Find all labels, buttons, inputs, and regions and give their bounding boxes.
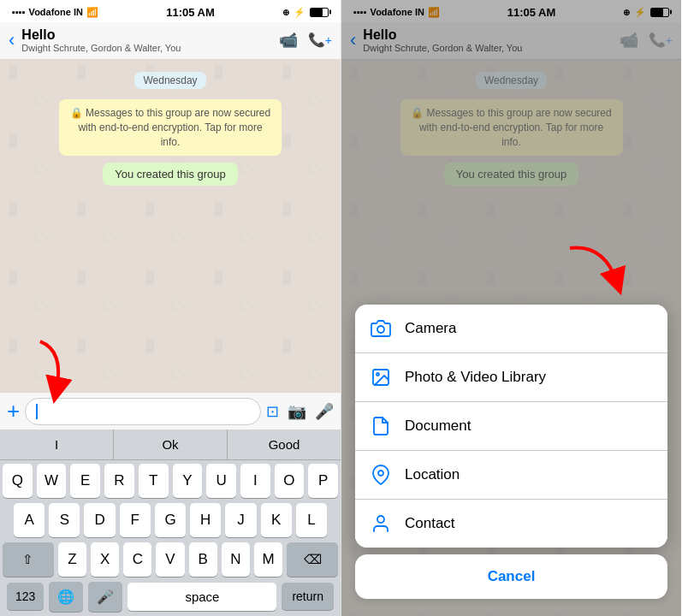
key-123[interactable]: 123	[7, 583, 44, 610]
popup-item-document[interactable]: Document	[355, 402, 667, 451]
popup-menu: Camera Photo & Video Library	[355, 305, 667, 548]
contact-popup-icon	[369, 512, 393, 536]
document-label: Document	[405, 418, 471, 435]
key-K[interactable]: K	[261, 503, 292, 537]
wifi-icon-left: 📶	[86, 7, 98, 18]
svg-point-4	[377, 516, 384, 523]
pred-I[interactable]: I	[0, 429, 114, 459]
location-popup-icon	[369, 463, 393, 487]
key-delete[interactable]: ⌫	[287, 542, 338, 577]
input-icons-left: ⊡ 📷 🎤	[266, 402, 334, 421]
key-W[interactable]: W	[37, 464, 67, 498]
chat-title-left: Hello	[21, 27, 278, 43]
camera-popup-icon	[369, 317, 393, 341]
keyboard-left: I Ok Good Q W E R T Y U I O P A S D F G …	[0, 429, 341, 616]
cancel-button[interactable]: Cancel	[355, 554, 667, 599]
status-right-left: ⊕ ⚡	[282, 7, 329, 18]
key-globe[interactable]: 🌐	[49, 582, 83, 612]
encryption-msg-left[interactable]: 🔒 Messages to this group are now secured…	[59, 99, 282, 156]
document-popup-icon	[369, 414, 393, 438]
popup-item-camera[interactable]: Camera	[355, 305, 667, 353]
photo-popup-icon	[369, 365, 393, 389]
pred-Ok[interactable]: Ok	[114, 429, 228, 459]
key-L[interactable]: L	[296, 503, 327, 537]
key-V[interactable]: V	[156, 542, 184, 577]
key-S[interactable]: S	[49, 503, 80, 537]
popup-item-contact[interactable]: Contact	[355, 500, 667, 548]
key-Q[interactable]: Q	[3, 464, 33, 498]
left-phone-panel: ▪▪▪▪ Vodafone IN 📶 11:05 AM ⊕ ⚡ ‹ Hello …	[0, 0, 341, 616]
created-msg-left: You created this group	[103, 163, 238, 186]
mic-input-icon-left[interactable]: 🎤	[315, 402, 334, 421]
key-F[interactable]: F	[120, 503, 151, 537]
location-label: Location	[405, 466, 460, 483]
contact-label: Contact	[405, 515, 455, 532]
camera-input-icon-left[interactable]: 📷	[288, 402, 306, 421]
call-icon-left[interactable]: 📞+	[308, 32, 332, 48]
popup-overlay: Camera Photo & Video Library	[341, 0, 681, 616]
key-shift[interactable]: ⇧	[3, 542, 54, 577]
key-M[interactable]: M	[254, 542, 282, 577]
key-I[interactable]: I	[240, 464, 270, 498]
key-A[interactable]: A	[14, 503, 44, 537]
back-button-left[interactable]: ‹	[9, 29, 15, 51]
video-call-icon-left[interactable]: 📹	[279, 31, 298, 50]
chat-subtitle-left: Dwight Schrute, Gordon & Walter, You	[21, 43, 218, 53]
key-D[interactable]: D	[84, 503, 115, 537]
svg-point-0	[377, 326, 384, 333]
pred-Good[interactable]: Good	[228, 429, 341, 459]
nav-actions-left: 📹 📞+	[279, 31, 332, 50]
key-C[interactable]: C	[123, 542, 151, 577]
sticker-icon-left[interactable]: ⊡	[266, 402, 279, 421]
right-phone-panel: ▪▪▪▪ Vodafone IN 📶 11:05 AM ⊕ ⚡ ‹ Hello …	[341, 0, 681, 616]
key-O[interactable]: O	[275, 464, 305, 498]
red-arrow-right	[561, 244, 630, 299]
key-H[interactable]: H	[190, 503, 221, 537]
key-E[interactable]: E	[70, 464, 100, 498]
status-bar-left: ▪▪▪▪ Vodafone IN 📶 11:05 AM ⊕ ⚡	[0, 0, 341, 22]
key-G[interactable]: G	[155, 503, 186, 537]
svg-point-2	[377, 373, 379, 376]
popup-item-location[interactable]: Location	[355, 451, 667, 500]
key-U[interactable]: U	[206, 464, 236, 498]
key-Y[interactable]: Y	[173, 464, 203, 498]
svg-point-3	[378, 471, 383, 476]
time-left: 11:05 AM	[166, 6, 215, 19]
key-row-3: ⇧ Z X C V B N M ⌫	[0, 539, 341, 578]
carrier-name-left: Vodafone IN	[29, 7, 83, 17]
key-Z[interactable]: Z	[58, 542, 86, 577]
predictive-bar-left: I Ok Good	[0, 429, 341, 460]
key-N[interactable]: N	[222, 542, 250, 577]
key-space[interactable]: space	[128, 583, 276, 611]
bottom-bar-left: 123 🌐 🎤 space return	[0, 578, 341, 616]
key-return[interactable]: return	[282, 583, 334, 610]
key-row-1: Q W E R T Y U I O P	[0, 460, 341, 500]
key-mic[interactable]: 🎤	[88, 582, 122, 612]
nav-bar-left: ‹ Hello Dwight Schrute, Gordon & Walter,…	[0, 22, 341, 60]
key-T[interactable]: T	[139, 464, 169, 498]
key-J[interactable]: J	[225, 503, 256, 537]
key-P[interactable]: P	[308, 464, 338, 498]
bluetooth-icon-left: ⚡	[294, 7, 305, 18]
signal-dots-left: ▪▪▪▪	[12, 7, 26, 17]
camera-label: Camera	[405, 320, 456, 337]
carrier-left: ▪▪▪▪ Vodafone IN 📶	[12, 7, 98, 18]
battery-left	[310, 8, 329, 17]
key-row-2: A S D F G H J K L	[0, 500, 341, 539]
key-R[interactable]: R	[104, 464, 134, 498]
day-label-left: Wednesday	[134, 72, 205, 89]
key-B[interactable]: B	[189, 542, 217, 577]
cursor-left	[36, 404, 38, 419]
location-icon-left: ⊕	[282, 8, 289, 17]
photo-label: Photo & Video Library	[405, 369, 546, 386]
popup-item-photo[interactable]: Photo & Video Library	[355, 353, 667, 402]
nav-title-group-left: Hello Dwight Schrute, Gordon & Walter, Y…	[21, 27, 278, 53]
key-X[interactable]: X	[91, 542, 119, 577]
plus-button-left[interactable]: +	[7, 398, 20, 424]
